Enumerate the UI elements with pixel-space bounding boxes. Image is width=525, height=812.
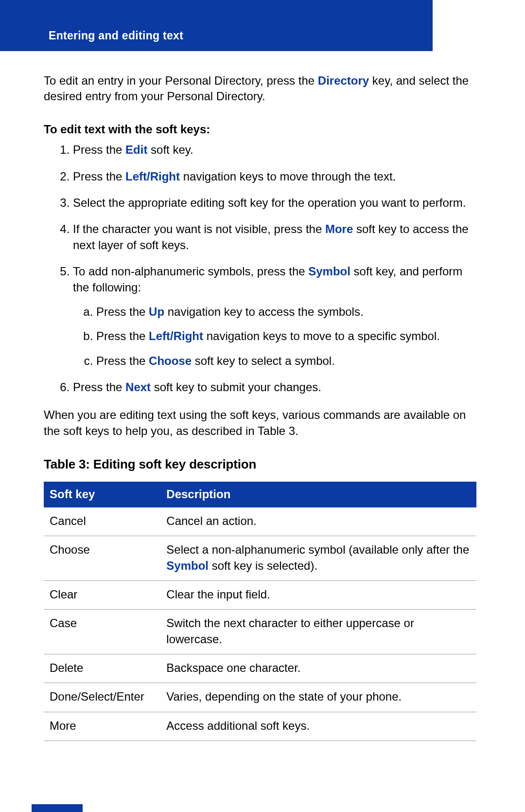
- cell-softkey: Delete: [44, 654, 160, 683]
- cell-softkey: Choose: [44, 536, 160, 581]
- step-4: If the character you want is not visible…: [73, 221, 476, 253]
- text: soft key is selected).: [209, 559, 317, 572]
- text: If the character you want is not visible…: [73, 222, 325, 235]
- page-header: Entering and editing text: [0, 0, 433, 51]
- intro-paragraph: To edit an entry in your Personal Direct…: [44, 73, 476, 105]
- cell-description: Varies, depending on the state of your p…: [160, 683, 476, 712]
- table-row: Done/Select/Enter Varies, depending on t…: [44, 683, 476, 712]
- text: navigation key to access the symbols.: [164, 305, 364, 318]
- text: Press the: [73, 143, 125, 156]
- text: To edit an entry in your Personal Direct…: [44, 74, 318, 87]
- step-1: Press the Edit soft key.: [73, 142, 476, 158]
- keyword-directory: Directory: [318, 74, 369, 87]
- page-content: To edit an entry in your Personal Direct…: [0, 51, 525, 741]
- steps-list: Press the Edit soft key. Press the Left/…: [44, 142, 476, 395]
- table-row: Cancel Cancel an action.: [44, 507, 476, 536]
- cell-softkey: More: [44, 712, 160, 740]
- text: soft key to select a symbol.: [192, 354, 335, 367]
- text: soft key.: [147, 143, 193, 156]
- table-row: More Access additional soft keys.: [44, 712, 476, 740]
- cell-softkey: Clear: [44, 580, 160, 609]
- cell-softkey: Case: [44, 610, 160, 654]
- keyword-symbol: Symbol: [308, 265, 350, 278]
- cell-description: Switch the next character to either uppe…: [160, 610, 476, 654]
- table-row: Clear Clear the input field.: [44, 580, 476, 609]
- table-row: Delete Backspace one character.: [44, 654, 476, 683]
- table-row: Case Switch the next character to either…: [44, 610, 476, 654]
- keyword-choose: Choose: [149, 354, 192, 367]
- substeps-list: Press the Up navigation key to access th…: [73, 304, 476, 369]
- step-5: To add non-alphanumeric symbols, press t…: [73, 264, 476, 369]
- step-2: Press the Left/Right navigation keys to …: [73, 169, 476, 184]
- keyword-next: Next: [125, 380, 151, 394]
- cell-description: Backspace one character.: [160, 654, 476, 683]
- cell-description: Clear the input field.: [160, 580, 476, 609]
- text: To add non-alphanumeric symbols, press t…: [73, 265, 308, 278]
- th-description: Description: [160, 482, 476, 507]
- page-number-band: 26: [32, 804, 83, 812]
- step-3: Select the appropriate editing soft key …: [73, 195, 476, 211]
- th-softkey: Soft key: [44, 482, 160, 507]
- outro-paragraph: When you are editing text using the soft…: [44, 407, 476, 439]
- step-6: Press the Next soft key to submit your c…: [73, 379, 476, 395]
- text: Press the: [73, 380, 125, 394]
- text: Select a non-alphanumeric symbol (availa…: [166, 543, 469, 556]
- substep-c: Press the Choose soft key to select a sy…: [96, 353, 476, 369]
- softkeys-table: Soft key Description Cancel Cancel an ac…: [44, 482, 476, 741]
- header-title: Entering and editing text: [49, 29, 183, 42]
- keyword-up: Up: [149, 305, 164, 318]
- cell-description: Cancel an action.: [160, 507, 476, 536]
- cell-description: Select a non-alphanumeric symbol (availa…: [160, 536, 476, 581]
- table-title: Table 3: Editing soft key description: [44, 456, 476, 473]
- keyword-left-right: Left/Right: [149, 329, 203, 343]
- keyword-symbol: Symbol: [166, 559, 209, 572]
- keyword-left-right: Left/Right: [125, 170, 180, 183]
- text: Select the appropriate editing soft key …: [73, 196, 466, 209]
- cell-softkey: Cancel: [44, 507, 160, 536]
- text: Press the: [96, 305, 149, 318]
- table-row: Choose Select a non-alphanumeric symbol …: [44, 536, 476, 581]
- text: Press the: [96, 354, 149, 367]
- text: navigation keys to move through the text…: [180, 170, 396, 183]
- keyword-more: More: [325, 222, 353, 235]
- cell-description: Access additional soft keys.: [160, 712, 476, 740]
- text: navigation keys to move to a specific sy…: [203, 329, 440, 343]
- table-header-row: Soft key Description: [44, 482, 476, 507]
- keyword-edit: Edit: [125, 143, 147, 156]
- cell-softkey: Done/Select/Enter: [44, 683, 160, 712]
- section-heading: To edit text with the soft keys:: [44, 122, 476, 137]
- substep-b: Press the Left/Right navigation keys to …: [96, 328, 476, 344]
- text: Press the: [96, 329, 149, 343]
- substep-a: Press the Up navigation key to access th…: [96, 304, 476, 320]
- document-page: Entering and editing text To edit an ent…: [0, 0, 525, 812]
- text: Press the: [73, 170, 125, 183]
- text: soft key to submit your changes.: [151, 380, 321, 394]
